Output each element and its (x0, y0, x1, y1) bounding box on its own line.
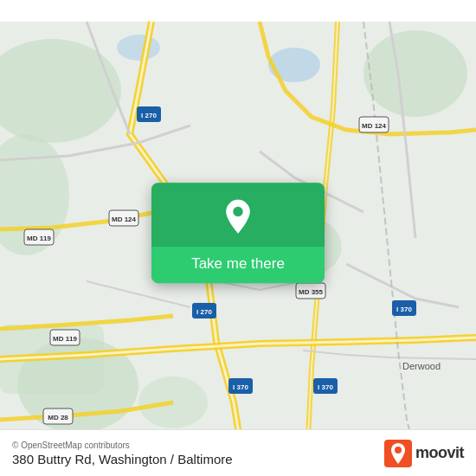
svg-point-8 (268, 48, 320, 82)
take-me-there-card[interactable]: Take me there (151, 183, 325, 283)
map-container: I 270 MD 124 MD 124 MD 119 MD 119 MD 28 … (0, 0, 476, 476)
moovit-logo[interactable]: moovit (384, 440, 464, 467)
card-label-area[interactable]: Take me there (151, 247, 325, 283)
moovit-brand-text: moovit (415, 444, 464, 462)
address-text: 380 Buttry Rd, Washington / Baltimore (12, 452, 233, 466)
svg-text:MD 124: MD 124 (112, 215, 137, 223)
card-icon-area (151, 183, 325, 247)
svg-text:I 370: I 370 (396, 306, 412, 313)
svg-point-33 (233, 207, 242, 216)
svg-text:MD 124: MD 124 (362, 122, 387, 130)
take-me-there-label: Take me there (191, 255, 285, 273)
moovit-logo-icon (384, 440, 412, 467)
svg-point-9 (117, 35, 160, 61)
svg-text:MD 355: MD 355 (299, 288, 324, 296)
copyright-text: © OpenStreetMap contributors (12, 441, 233, 450)
svg-text:I 270: I 270 (196, 308, 212, 316)
address-section: © OpenStreetMap contributors 380 Buttry … (12, 441, 233, 466)
svg-text:I 370: I 370 (318, 383, 333, 391)
svg-text:I 270: I 270 (141, 112, 157, 119)
svg-point-3 (363, 30, 467, 117)
svg-text:MD 119: MD 119 (27, 235, 52, 242)
bottom-bar: © OpenStreetMap contributors 380 Buttry … (0, 429, 476, 476)
svg-text:MD 28: MD 28 (48, 414, 68, 421)
svg-point-35 (395, 447, 402, 453)
location-pin-icon (222, 198, 254, 235)
svg-text:Derwood: Derwood (402, 361, 441, 371)
svg-text:MD 119: MD 119 (53, 335, 78, 343)
svg-text:I 370: I 370 (233, 383, 248, 391)
